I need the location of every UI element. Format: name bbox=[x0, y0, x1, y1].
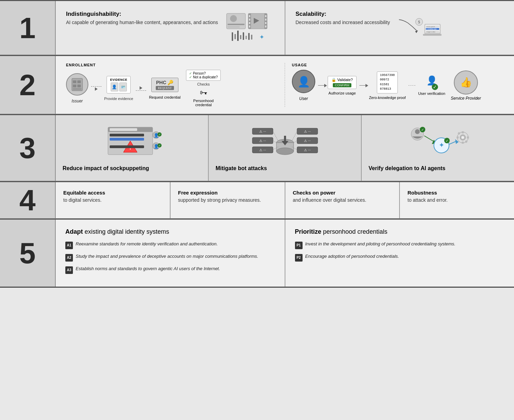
svg-rect-19 bbox=[240, 35, 241, 39]
svg-rect-101 bbox=[462, 142, 464, 144]
section-number-4: 4 bbox=[0, 182, 55, 218]
scalability-body: Decreased costs and increased accessibil… bbox=[296, 20, 390, 25]
row1-right-panel: Scalability: Decreased costs and increas… bbox=[285, 1, 514, 55]
action-p2: P2 Encourage adoption of personhood cred… bbox=[295, 253, 505, 262]
expression-heading: Free expression bbox=[178, 190, 277, 196]
svg-rect-103 bbox=[467, 136, 469, 139]
service-provider-node: 👍 Service Provider bbox=[451, 70, 481, 101]
svg-marker-44 bbox=[140, 86, 142, 90]
request-badge: REQUEST bbox=[156, 86, 174, 90]
indistinguishability-text: Indistinguishability: AI capable of gene… bbox=[66, 11, 218, 25]
svg-line-82 bbox=[292, 131, 297, 141]
svg-point-1 bbox=[230, 15, 237, 22]
svg-rect-100 bbox=[462, 131, 464, 133]
action-a2: A2 Study the impact and prevalence of de… bbox=[65, 253, 275, 262]
row4-panels: Equitable access to digital services. Fr… bbox=[56, 182, 514, 218]
svg-rect-8 bbox=[249, 19, 250, 21]
robustness-body: to attack and error. bbox=[407, 197, 506, 203]
sockpuppet-illustration: ! 👤 ✓ 👤 ✓ bbox=[63, 124, 201, 158]
section-number-3: 3 bbox=[0, 115, 55, 181]
row3-panel-sockpuppet: ! 👤 ✓ 👤 ✓ bbox=[56, 115, 209, 181]
svg-line-79 bbox=[273, 131, 278, 141]
svg-rect-17 bbox=[234, 34, 236, 39]
personhood-credential-label: Personhood credential bbox=[192, 99, 216, 107]
checks-power-heading: Checks on power bbox=[293, 190, 392, 196]
svg-rect-36 bbox=[423, 34, 441, 35]
svg-text:✦: ✦ bbox=[259, 34, 264, 41]
provide-evidence-label: Provide evidence bbox=[104, 97, 133, 101]
svg-rect-14 bbox=[265, 25, 266, 27]
svg-rect-2 bbox=[228, 24, 244, 25]
svg-marker-45 bbox=[324, 84, 327, 87]
checks-box: ✓Person? ✓Not a duplicate? bbox=[186, 70, 221, 81]
svg-rect-10 bbox=[249, 25, 250, 27]
expression-body: supported by strong privacy measures. bbox=[178, 197, 277, 203]
section-number-5: 5 bbox=[0, 220, 55, 287]
bot-attack-illustration: ⚠ ··· ⚠ ··· ⚠ ··· ⚠ ··· ⚠ ··· ⚠ ··· bbox=[216, 124, 354, 158]
action-a3-badge: A3 bbox=[65, 266, 73, 274]
zk-proof-label: Zero-knowledge proof bbox=[369, 96, 406, 100]
row3-panels: ! 👤 ✓ 👤 ✓ bbox=[56, 115, 514, 181]
svg-text:✓: ✓ bbox=[446, 139, 448, 143]
adapt-title: Adapt existing digital identity systems bbox=[65, 228, 275, 235]
svg-rect-49 bbox=[110, 128, 137, 131]
svg-text:⬇ DOWNLOAD: ⬇ DOWNLOAD bbox=[427, 28, 437, 30]
row4-checks: Checks on power and influence over digit… bbox=[285, 182, 400, 218]
svg-rect-54 bbox=[110, 145, 144, 148]
svg-rect-38 bbox=[73, 80, 76, 83]
action-p1-text: Invest in the development and piloting o… bbox=[305, 241, 456, 247]
action-a1-badge: A1 bbox=[65, 242, 73, 249]
authorize-label: Authorize usage bbox=[328, 91, 356, 95]
svg-point-86 bbox=[415, 129, 420, 134]
service-provider-section: 👤 ✓ User verification bbox=[418, 75, 445, 96]
action-a2-badge: A2 bbox=[65, 254, 73, 262]
usage-label: USAGE bbox=[292, 63, 504, 67]
phc-request-node: PHC 🔑 REQUEST Request credential bbox=[149, 78, 181, 99]
svg-text:⚠ ···: ⚠ ··· bbox=[304, 148, 310, 152]
svg-text:✓: ✓ bbox=[158, 133, 161, 136]
equitable-heading: Equitable access bbox=[63, 190, 162, 196]
equitable-body: to digital services. bbox=[63, 197, 162, 203]
user-label: User bbox=[299, 96, 308, 101]
evidence-node: EVIDENCE 👤 🪪 Provide evidence bbox=[104, 76, 133, 101]
svg-rect-7 bbox=[249, 15, 250, 17]
issuer-label: Issuer bbox=[72, 99, 83, 103]
svg-marker-43 bbox=[95, 87, 98, 91]
scalability-text: Scalability: Decreased costs and increas… bbox=[296, 11, 390, 25]
action-p2-text: Encourage adoption of personhood credent… bbox=[305, 253, 399, 259]
svg-marker-46 bbox=[365, 84, 368, 87]
action-p2-badge: P2 bbox=[295, 254, 303, 262]
row4-equitable: Equitable access to digital services. bbox=[56, 182, 171, 218]
action-a3: A3 Establish norms and standards to gove… bbox=[65, 266, 275, 274]
delegation-illustration: ✓ ✦ ✓ bbox=[369, 124, 507, 158]
request-credential-label: Request credential bbox=[149, 95, 181, 99]
svg-rect-12 bbox=[265, 19, 266, 21]
action-a2-text: Study the impact and prevalence of decep… bbox=[76, 253, 258, 259]
confirm-badge: CONFIRM bbox=[333, 83, 351, 87]
svg-rect-21 bbox=[245, 36, 247, 39]
svg-text:⚠ ···: ⚠ ··· bbox=[304, 130, 310, 133]
duplicate-check-label: Not a duplicate? bbox=[193, 75, 218, 79]
action-a1-text: Reexamine standards for remote identity … bbox=[76, 241, 218, 247]
issuer-node: Issuer bbox=[66, 73, 88, 103]
validate-section: 🔒 Validate? CONFIRM Authorize usage bbox=[328, 76, 357, 95]
row4-expression: Free expression supported by strong priv… bbox=[171, 182, 285, 218]
row5-adapt-panel: Adapt existing digital identity systems … bbox=[56, 220, 285, 287]
svg-text:⚠ ···: ⚠ ··· bbox=[259, 130, 266, 133]
scalability-illustration: $ text-to-speech ⬇ DOWNLOAD image-to-vid… bbox=[397, 11, 441, 45]
robustness-heading: Robustness bbox=[407, 190, 506, 196]
svg-text:✓: ✓ bbox=[158, 144, 161, 147]
svg-text:text-to-speech: text-to-speech bbox=[427, 25, 435, 27]
indistinguishability-heading: Indistinguishability: bbox=[66, 11, 218, 18]
svg-rect-11 bbox=[265, 15, 266, 17]
svg-rect-102 bbox=[457, 136, 459, 139]
svg-text:⚠ ···: ⚠ ··· bbox=[259, 148, 266, 152]
delegation-title: Verify delegation to AI agents bbox=[369, 165, 445, 172]
prioritize-title: Prioritize personhood credentials bbox=[295, 228, 505, 235]
action-a3-text: Establish norms and standards to govern … bbox=[76, 266, 220, 272]
sockpuppet-title: Reduce impact of sockpuppeting bbox=[63, 165, 149, 172]
section-number-1: 1 bbox=[0, 1, 55, 55]
svg-rect-20 bbox=[243, 32, 244, 40]
row3-panel-bot: ⚠ ··· ⚠ ··· ⚠ ··· ⚠ ··· ⚠ ··· ⚠ ··· bbox=[209, 115, 362, 181]
service-provider-label: Service Provider bbox=[451, 96, 481, 101]
